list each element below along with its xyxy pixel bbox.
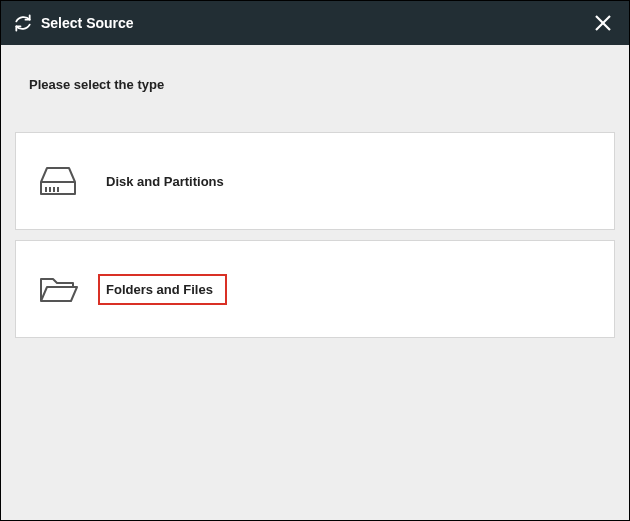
option-folders-and-files[interactable]: Folders and Files [15, 240, 615, 338]
option-disk-and-partitions[interactable]: Disk and Partitions [15, 132, 615, 230]
app-icon [13, 13, 33, 33]
titlebar-left: Select Source [13, 13, 134, 33]
close-button[interactable] [589, 9, 617, 37]
folder-icon [36, 267, 80, 311]
prompt-text: Please select the type [15, 59, 615, 132]
dialog-title: Select Source [41, 15, 134, 31]
disk-icon [36, 159, 80, 203]
content-area: Please select the type Disk and Partitio… [1, 45, 629, 520]
titlebar: Select Source [1, 1, 629, 45]
close-icon [593, 13, 613, 33]
option-label: Folders and Files [98, 274, 227, 305]
select-source-dialog: Select Source Please select the type [0, 0, 630, 521]
option-label: Disk and Partitions [106, 174, 224, 189]
